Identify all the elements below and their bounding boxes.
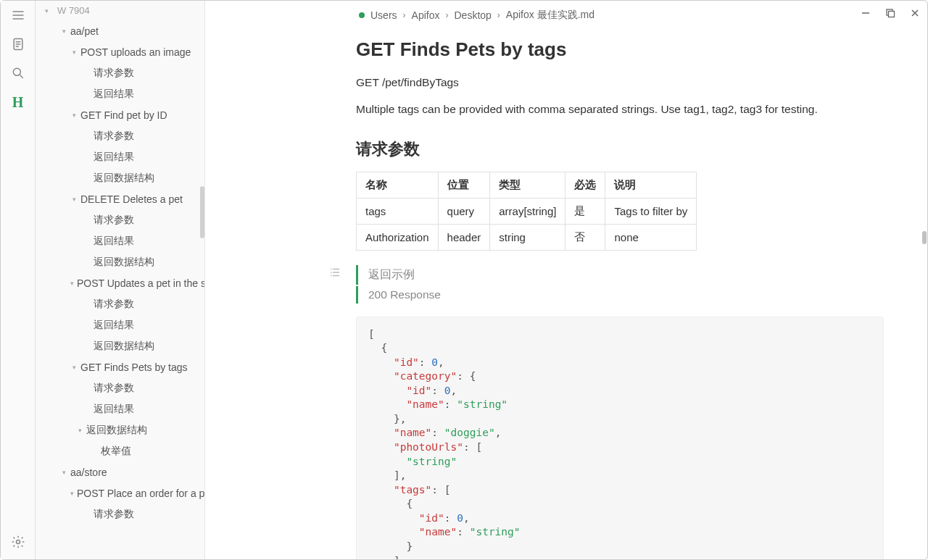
caret-icon: ▾ (70, 280, 74, 287)
endpoint-line: GET /pet/findByTags (356, 74, 884, 91)
tree-item-label: 返回结果 (94, 88, 134, 101)
sidebar-scrollbar[interactable] (200, 186, 204, 238)
tree-item-label: GET Find pet by ID (80, 109, 167, 121)
table-row: tagsqueryarray[string]是Tags to filter by (357, 198, 697, 224)
chevron-right-icon: › (445, 10, 448, 20)
caret-icon: ▾ (76, 427, 83, 434)
toc: 返回示例 200 Response (356, 265, 884, 304)
tree-item[interactable]: 返回数据结构 (36, 335, 204, 356)
caret-icon: ▾ (70, 112, 78, 119)
tree-item-label: 枚举值 (101, 445, 131, 458)
tree-item-label: 请求参数 (94, 67, 134, 80)
table-header: 必选 (566, 172, 605, 198)
table-cell: array[string] (490, 198, 566, 224)
table-cell: Tags to filter by (605, 198, 697, 224)
tree-item[interactable]: 枚举值 (36, 440, 204, 461)
tab-label: W 7904 (57, 5, 90, 16)
chevron-right-icon: › (403, 10, 406, 20)
tree-item-label: 请求参数 (94, 382, 134, 395)
tree-item-label: 返回结果 (94, 235, 134, 248)
params-heading: 请求参数 (356, 138, 884, 160)
tree-item[interactable]: 返回结果 (36, 146, 204, 167)
tree-item-label: 返回数据结构 (94, 172, 154, 185)
table-header: 名称 (357, 172, 439, 198)
outline-tree: ▾aa/pet▾POST uploads an image请求参数返回结果▾GE… (36, 20, 204, 559)
tree-item-label: POST uploads an image (80, 46, 191, 58)
tree-item-label: 返回结果 (94, 319, 134, 332)
tree-item-label: aa/pet (70, 25, 99, 37)
tree-item[interactable]: ▾GET Finds Pets by tags (36, 356, 204, 377)
chevron-down-icon: ▾ (43, 7, 50, 14)
outline-toggle-icon[interactable] (328, 266, 341, 281)
settings-icon[interactable] (9, 533, 27, 551)
tree-item-label: 请求参数 (94, 508, 134, 521)
tree-item[interactable]: ▾aa/store (36, 461, 204, 482)
breadcrumb[interactable]: Users›Apifox›Desktop›Apifox 最佳实践.md (359, 9, 594, 22)
tree-item-label: GET Finds Pets by tags (80, 362, 188, 373)
table-cell: 是 (566, 198, 605, 224)
tree-item[interactable]: 请求参数 (36, 293, 204, 314)
toc-item[interactable]: 200 Response (356, 286, 884, 304)
tree-item[interactable]: ▾DELETE Deletes a pet (36, 188, 204, 209)
caret-icon: ▾ (70, 364, 78, 371)
table-header: 说明 (605, 172, 697, 198)
tree-item[interactable]: ▾返回数据结构 (36, 419, 204, 440)
close-button[interactable] (908, 7, 921, 20)
caret-icon: ▾ (70, 49, 78, 56)
caret-icon: ▾ (60, 469, 67, 476)
activity-bar: H (1, 1, 36, 559)
table-header: 类型 (490, 172, 566, 198)
caret-icon: ▾ (60, 28, 67, 35)
description: Multiple tags can be provided with comma… (356, 101, 884, 117)
content-scrollbar[interactable] (922, 231, 927, 244)
breadcrumb-segment[interactable]: Desktop (454, 9, 491, 21)
tree-item-label: 请求参数 (94, 298, 134, 311)
breadcrumb-segment[interactable]: Users (370, 9, 397, 21)
heading-icon[interactable]: H (9, 93, 27, 111)
document-content: GET Finds Pets by tags GET /pet/findByTa… (205, 30, 927, 559)
tree-item[interactable]: 返回结果 (36, 398, 204, 419)
menu-icon[interactable] (9, 7, 27, 24)
tree-item[interactable]: ▾aa/pet (36, 20, 204, 41)
table-cell: Authorization (357, 224, 439, 250)
tree-item[interactable]: ▾POST Place an order for a pet (36, 482, 204, 503)
breadcrumb-segment[interactable]: Apifox 最佳实践.md (506, 9, 594, 22)
params-table: 名称位置类型必选说明 tagsqueryarray[string]是Tags t… (356, 172, 697, 251)
tree-item-label: 返回数据结构 (86, 424, 147, 437)
caret-icon: ▾ (70, 196, 78, 203)
code-block: [ { "id": 0, "category": { "id": 0, "nam… (356, 317, 884, 560)
document-icon[interactable] (9, 35, 27, 53)
maximize-button[interactable] (884, 7, 897, 20)
tree-item-label: 返回数据结构 (94, 256, 154, 269)
tree-item[interactable]: 返回数据结构 (36, 251, 204, 272)
tree-item-label: aa/store (70, 467, 107, 478)
tree-item[interactable]: ▾POST uploads an image (36, 41, 204, 62)
tree-item[interactable]: 请求参数 (36, 62, 204, 83)
minimize-button[interactable] (859, 7, 872, 20)
tree-item[interactable]: 请求参数 (36, 377, 204, 398)
breadcrumb-segment[interactable]: Apifox (412, 9, 440, 21)
tree-item[interactable]: ▾POST Updates a pet in the store wi (36, 272, 204, 293)
svg-point-1 (13, 68, 20, 75)
chevron-right-icon: › (497, 10, 500, 20)
tree-item-label: 请求参数 (94, 214, 134, 227)
table-cell: query (438, 198, 490, 224)
search-icon[interactable] (9, 64, 27, 82)
tree-item-label: 返回结果 (94, 151, 134, 164)
tree-item[interactable]: 请求参数 (36, 209, 204, 230)
tree-item[interactable]: 返回结果 (36, 314, 204, 335)
main-area: Users›Apifox›Desktop›Apifox 最佳实践.md GET … (205, 1, 927, 559)
table-header: 位置 (438, 172, 490, 198)
sidebar-tab[interactable]: ▾ W 7904 (36, 1, 204, 20)
tree-item-label: 返回结果 (94, 403, 134, 416)
tree-item[interactable]: 返回结果 (36, 230, 204, 251)
tree-item[interactable]: 返回数据结构 (36, 167, 204, 188)
svg-point-2 (16, 540, 20, 544)
tree-item[interactable]: 请求参数 (36, 503, 204, 525)
table-cell: header (438, 224, 490, 250)
modified-dot-icon (359, 12, 365, 18)
tree-item[interactable]: ▾GET Find pet by ID (36, 104, 204, 125)
tree-item[interactable]: 返回结果 (36, 83, 204, 104)
toc-item[interactable]: 返回示例 (356, 265, 884, 285)
tree-item[interactable]: 请求参数 (36, 125, 204, 146)
